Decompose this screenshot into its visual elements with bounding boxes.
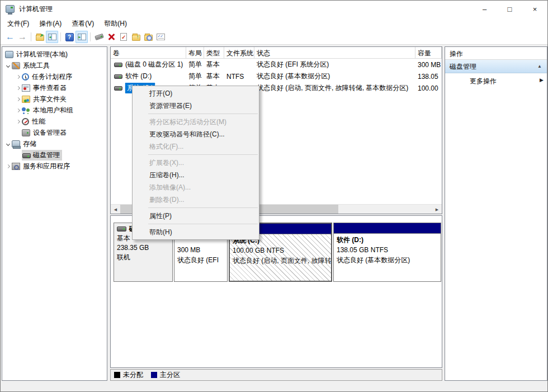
actions-section-label: 磁盘管理 xyxy=(450,63,476,70)
tree-item-local-users[interactable]: 本地用户和组 xyxy=(2,105,107,116)
tree-item-label: 性能 xyxy=(32,117,45,126)
tree-item-label: 本地用户和组 xyxy=(33,106,73,115)
column-header-capacity[interactable]: 容量 xyxy=(415,47,442,58)
menu-item-mark-active: 将分区标记为活动分区(M) xyxy=(133,116,259,128)
chevron-down-icon[interactable] xyxy=(6,63,10,67)
volume-layout: 简单 xyxy=(186,72,204,81)
console-tree: 计算机管理(本地) 系统工具 任务计划程序 事件查看器 共享文件夹 xyxy=(2,46,107,381)
context-menu: 打开(O) 资源管理器(E) 将分区标记为活动分区(M) 更改驱动器号和路径(C… xyxy=(132,86,259,240)
menu-item-explorer[interactable]: 资源管理器(E) xyxy=(133,100,259,112)
partition-size: 300 MB xyxy=(177,245,224,255)
more-actions-label: 更多操作 xyxy=(470,77,497,85)
menu-item-help[interactable]: 帮助(H) xyxy=(133,226,259,238)
tree-item-task-scheduler[interactable]: 任务计划程序 xyxy=(2,71,107,82)
local-users-icon xyxy=(22,107,30,114)
chevron-right-icon[interactable] xyxy=(16,74,20,78)
legend-label: 未分配 xyxy=(123,370,143,380)
tree-item-label: 服务和应用程序 xyxy=(23,162,70,171)
scroll-left-icon[interactable]: ◀ xyxy=(111,205,120,214)
column-header-filesystem[interactable]: 文件系统 xyxy=(224,47,254,58)
partition-size: 138.05 GB NTFS xyxy=(337,245,438,255)
back-icon[interactable]: ← xyxy=(4,31,16,43)
chevron-down-icon[interactable] xyxy=(6,141,10,145)
tree-item-performance[interactable]: 性能 xyxy=(2,116,107,127)
close-button[interactable]: × xyxy=(522,1,547,17)
explore-volume-icon[interactable] xyxy=(142,31,154,43)
delete-volume-icon[interactable] xyxy=(105,31,117,43)
task-scheduler-icon xyxy=(22,73,29,81)
volume-capacity: 300 MB xyxy=(415,61,442,69)
menu-file[interactable]: 文件(F) xyxy=(2,17,34,30)
main-area: 计算机管理(本地) 系统工具 任务计划程序 事件查看器 共享文件夹 xyxy=(1,45,548,382)
checklist-icon[interactable] xyxy=(154,31,167,43)
menu-item-open[interactable]: 打开(O) xyxy=(133,87,259,100)
submenu-arrow-icon: ▶ xyxy=(540,77,544,83)
tree-item-system-tools[interactable]: 系统工具 xyxy=(2,60,107,71)
tree-item-label: 设备管理器 xyxy=(33,128,67,138)
table-row[interactable]: (磁盘 0 磁盘分区 1) 简单 基本 状态良好 (EFI 系统分区) 300 … xyxy=(111,59,442,70)
menu-item-change-drive-letter[interactable]: 更改驱动器号和路径(C)... xyxy=(133,128,259,140)
chevron-right-icon[interactable] xyxy=(16,108,20,112)
tree-item-label: 任务计划程序 xyxy=(32,72,72,82)
partition-software-d[interactable]: 软件 (D:) 138.05 GB NTFS 状态良好 (基本数据分区) xyxy=(333,223,441,282)
tree-item-event-viewer[interactable]: 事件查看器 xyxy=(2,82,107,93)
menu-item-properties[interactable]: 属性(P) xyxy=(133,210,259,222)
table-row[interactable]: 软件 (D:) 简单 基本 NTFS 状态良好 (基本数据分区) 138.05 xyxy=(111,70,442,82)
tree-item-label: 计算机管理(本地) xyxy=(16,50,68,59)
menu-help[interactable]: 帮助(H) xyxy=(99,17,132,30)
volume-status: 状态良好 (EFI 系统分区) xyxy=(254,60,415,69)
chevron-right-icon[interactable] xyxy=(16,119,20,123)
volume-type: 基本 xyxy=(204,60,224,69)
volume-name: (磁盘 0 磁盘分区 1) xyxy=(125,60,183,69)
tree-item-computer-management[interactable]: 计算机管理(本地) xyxy=(2,49,107,60)
menu-action[interactable]: 操作(A) xyxy=(34,17,67,30)
disk-attributes-icon[interactable] xyxy=(93,31,105,43)
more-actions-item[interactable]: 更多操作 ▶ xyxy=(445,73,547,88)
actions-section-disk-management[interactable]: 磁盘管理 ▲ xyxy=(445,60,547,73)
volume-status: 状态良好 (基本数据分区) xyxy=(254,72,415,81)
tree-item-device-manager[interactable]: 设备管理器 xyxy=(2,127,107,138)
performance-icon xyxy=(22,118,29,125)
volume-icon xyxy=(114,86,122,91)
legend-primary-partition: 主分区 xyxy=(151,370,180,380)
toolbar: ← → ? xyxy=(1,30,547,45)
show-action-pane-icon[interactable] xyxy=(75,31,88,43)
column-header-status[interactable]: 状态 xyxy=(254,47,415,58)
partition-status: 状态良好 (启动, 页面文件, 故障转 xyxy=(233,256,328,266)
scroll-right-icon[interactable]: ▶ xyxy=(432,205,442,214)
chevron-right-icon[interactable] xyxy=(16,86,20,89)
properties-icon[interactable] xyxy=(117,31,130,43)
menu-item-delete-volume: 删除卷(D)... xyxy=(133,193,259,206)
maximize-button[interactable]: □ xyxy=(497,1,522,17)
open-folder-icon[interactable] xyxy=(34,31,46,43)
column-header-layout[interactable]: 布局 xyxy=(186,47,204,58)
forward-icon[interactable]: → xyxy=(16,31,29,43)
chevron-right-icon[interactable] xyxy=(16,97,20,101)
chevron-right-icon[interactable] xyxy=(6,164,10,168)
menu-separator xyxy=(148,207,258,208)
help-icon[interactable]: ? xyxy=(63,31,75,43)
column-header-volume[interactable]: 卷 xyxy=(111,47,186,58)
volume-type: 基本 xyxy=(204,72,224,81)
disk-status: 联机 xyxy=(117,253,169,262)
tree-item-label: 存储 xyxy=(23,139,36,149)
legend-bar: 未分配 主分区 xyxy=(110,369,442,381)
menu-separator xyxy=(148,224,258,224)
computer-icon xyxy=(5,51,13,58)
window-title: 计算机管理 xyxy=(19,4,472,14)
tree-item-services-apps[interactable]: 服务和应用程序 xyxy=(2,160,107,172)
menu-view[interactable]: 查看(V) xyxy=(67,17,99,30)
collapse-icon[interactable]: ▲ xyxy=(537,64,542,69)
tree-item-shared-folders[interactable]: 共享文件夹 xyxy=(2,93,107,105)
tree-item-disk-management[interactable]: 磁盘管理 xyxy=(2,149,107,160)
volume-icon xyxy=(114,63,122,67)
open-volume-icon[interactable] xyxy=(130,31,142,43)
column-header-type[interactable]: 类型 xyxy=(204,47,224,58)
show-console-tree-icon[interactable] xyxy=(46,31,58,43)
tree-item-storage[interactable]: 存储 xyxy=(2,138,107,149)
volume-filesystem: NTFS xyxy=(224,73,254,81)
menu-item-extend-volume: 扩展卷(X)... xyxy=(133,157,259,169)
toolbar-separator xyxy=(31,32,31,41)
menu-item-shrink-volume[interactable]: 压缩卷(H)... xyxy=(133,169,259,181)
minimize-button[interactable]: – xyxy=(472,1,497,17)
